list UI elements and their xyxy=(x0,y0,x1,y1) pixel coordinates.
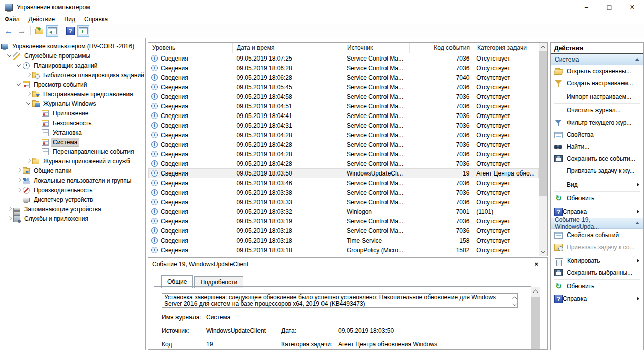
expand-icon[interactable] xyxy=(25,90,32,98)
tree-item-services-apps[interactable]: Службы и приложения xyxy=(0,214,145,223)
event-list-scrollbar[interactable] xyxy=(539,43,547,256)
event-row[interactable]: Сведения09.05.2019 18:03:18Time-Service1… xyxy=(148,236,539,245)
tree-item-performance[interactable]: Производительность xyxy=(0,185,145,195)
maximize-button[interactable]: □ xyxy=(598,0,621,14)
expand-icon[interactable] xyxy=(15,167,23,174)
message-scroll-down-icon[interactable] xyxy=(511,301,517,306)
event-row[interactable]: Сведения09.05.2019 18:03:32Winlogon7001(… xyxy=(148,207,539,216)
expand-icon[interactable] xyxy=(25,157,32,165)
menu-action[interactable]: Действие xyxy=(24,15,60,24)
preview-close-icon[interactable]: × xyxy=(529,260,543,268)
scroll-thumb[interactable] xyxy=(539,51,547,196)
close-button[interactable]: × xyxy=(621,0,644,14)
action-open-saved-log[interactable]: Открыть сохраненны... xyxy=(551,65,643,77)
col-datetime[interactable]: Дата и время xyxy=(233,43,343,53)
minimize-button[interactable]: − xyxy=(574,0,598,14)
action-properties[interactable]: Свойства xyxy=(551,129,643,141)
actions-section-event[interactable]: Событие 19, WindowsUpda... xyxy=(551,218,643,229)
event-row[interactable]: Сведения09.05.2019 18:05:45Service Contr… xyxy=(148,82,539,92)
event-row[interactable]: Сведения09.05.2019 18:04:31Service Contr… xyxy=(148,121,539,130)
event-row[interactable]: Сведения09.05.2019 18:04:28Service Contr… xyxy=(148,159,539,168)
event-row[interactable]: Сведения09.05.2019 18:03:33Service Contr… xyxy=(148,197,539,207)
action-help[interactable]: ?Справка xyxy=(551,206,643,218)
tree-item-event-viewer[interactable]: Просмотр событий xyxy=(0,80,145,89)
event-message-box[interactable]: Установка завершена: следующее обновлени… xyxy=(162,293,518,308)
col-source[interactable]: Источник xyxy=(343,43,410,53)
action-refresh-event[interactable]: Обновить xyxy=(551,280,643,293)
expand-icon[interactable] xyxy=(25,71,32,79)
back-button[interactable]: ← xyxy=(3,25,15,37)
tree-item-system-tools[interactable]: Служебные программы xyxy=(0,51,145,61)
action-attach-task-to-event[interactable]: Привязать задачу к со... xyxy=(551,241,643,253)
tree-item-local-users-groups[interactable]: Локальные пользователи и группы xyxy=(0,176,145,185)
menu-view[interactable]: Вид xyxy=(59,15,80,24)
event-row[interactable]: Сведения09.05.2019 18:03:46Service Contr… xyxy=(148,178,539,188)
actions-section-system[interactable]: Система xyxy=(551,54,643,65)
action-view[interactable]: Вид xyxy=(551,179,643,191)
action-save-selected-events[interactable]: Сохранить выбранны... xyxy=(551,267,643,279)
event-row[interactable]: Сведения09.05.2019 18:03:19Service Contr… xyxy=(148,216,539,226)
menu-file[interactable]: Файл xyxy=(0,15,24,24)
expand-icon[interactable] xyxy=(15,177,23,184)
event-row[interactable]: Сведения09.05.2019 18:03:18Service Contr… xyxy=(148,226,539,236)
tree-item-task-scheduler-library[interactable]: Библиотека планировщика заданий xyxy=(0,70,145,80)
menu-help[interactable]: Справка xyxy=(80,15,112,24)
tree-item-shared-folders[interactable]: Общие папки xyxy=(0,166,145,176)
event-row[interactable]: Сведения09.05.2019 18:04:58Service Contr… xyxy=(148,92,539,101)
tree-item-app-services-logs[interactable]: Журналы приложений и служб xyxy=(0,156,145,166)
event-row[interactable]: Сведения09.05.2019 18:04:28Service Contr… xyxy=(148,149,539,159)
tree-item-storage[interactable]: Запоминающие устройства xyxy=(0,204,145,214)
collapse-icon[interactable] xyxy=(6,52,13,60)
preview-scroll-up-icon[interactable] xyxy=(531,287,540,296)
preview-scrollbar[interactable] xyxy=(531,287,540,349)
action-event-properties[interactable]: Свойства событий xyxy=(551,229,643,241)
collapse-icon[interactable] xyxy=(15,62,23,69)
tree-item-setup-log[interactable]: Установка xyxy=(0,128,145,137)
tree-item-forwarded-events-log[interactable]: Перенаправленные события xyxy=(0,147,145,156)
action-save-all-events[interactable]: Сохранить все событи... xyxy=(551,153,643,165)
action-help-event[interactable]: ?Справка xyxy=(551,293,643,305)
event-row[interactable]: Сведения09.05.2019 18:04:28Service Contr… xyxy=(148,130,539,140)
collapse-icon[interactable] xyxy=(15,81,23,88)
tree-item-system-log[interactable]: Система xyxy=(0,137,145,147)
tree-item-task-scheduler[interactable]: Планировщик заданий xyxy=(0,61,145,70)
action-create-custom-view[interactable]: Создать настраиваем... xyxy=(551,77,643,89)
action-copy[interactable]: Копировать xyxy=(551,255,643,267)
action-filter-current-log[interactable]: Фильтр текущего жур... xyxy=(551,116,643,129)
scroll-down-icon[interactable] xyxy=(539,247,547,256)
col-task-category[interactable]: Категория задачи xyxy=(473,43,540,53)
event-row[interactable]: Сведения09.05.2019 18:07:25Service Contr… xyxy=(148,53,539,63)
event-row[interactable]: Сведения09.05.2019 18:03:18GroupPolicy (… xyxy=(148,245,539,255)
expand-icon[interactable] xyxy=(15,186,23,194)
action-clear-log[interactable]: Очистить журнал... xyxy=(551,104,643,116)
tree-item-application-log[interactable]: Приложение xyxy=(0,108,145,118)
export-list-button[interactable] xyxy=(33,25,45,37)
tree-item-device-manager[interactable]: Диспетчер устройств xyxy=(0,195,145,204)
preview-scroll-thumb[interactable] xyxy=(531,297,540,349)
tree-item-computer-management[interactable]: Управление компьютером (HV-CORE-2016) xyxy=(0,41,145,51)
event-row[interactable]: Сведения09.05.2019 18:04:51Service Contr… xyxy=(148,101,539,111)
event-row[interactable]: Сведения09.05.2019 18:06:28Service Contr… xyxy=(148,63,539,73)
action-refresh[interactable]: Обновить xyxy=(551,192,643,204)
message-scroll-up-icon[interactable] xyxy=(511,294,517,299)
event-row[interactable]: Сведения09.05.2019 18:04:28Service Contr… xyxy=(148,140,539,149)
event-row[interactable]: Сведения09.05.2019 18:06:28Service Contr… xyxy=(148,73,539,82)
show-action-pane-button[interactable] xyxy=(77,25,89,37)
forward-button[interactable]: → xyxy=(16,25,28,37)
tree-item-windows-logs[interactable]: Журналы Windows xyxy=(0,99,145,108)
event-row[interactable]: Сведения09.05.2019 18:04:41Service Contr… xyxy=(148,111,539,121)
col-level[interactable]: Уровень xyxy=(148,43,233,53)
scroll-up-icon[interactable] xyxy=(539,43,547,51)
action-find[interactable]: Найти... xyxy=(551,141,643,153)
event-row[interactable]: Сведения09.05.2019 18:03:50WindowsUpdate… xyxy=(148,168,539,178)
show-console-tree-button[interactable] xyxy=(46,25,58,37)
expand-icon[interactable] xyxy=(6,215,13,222)
action-attach-task-to-log[interactable]: Привязать задачу к жу... xyxy=(551,165,643,177)
collapse-icon[interactable] xyxy=(25,100,32,107)
tree-item-security-log[interactable]: Безопасность xyxy=(0,118,145,128)
tree-item-custom-views[interactable]: Настраиваемые представления xyxy=(0,89,145,99)
help-button[interactable]: ? xyxy=(64,25,76,37)
action-import-custom-view[interactable]: Импорт настраиваем... xyxy=(551,91,643,103)
col-event-id[interactable]: Код события xyxy=(410,43,473,53)
expand-icon[interactable] xyxy=(6,205,13,213)
